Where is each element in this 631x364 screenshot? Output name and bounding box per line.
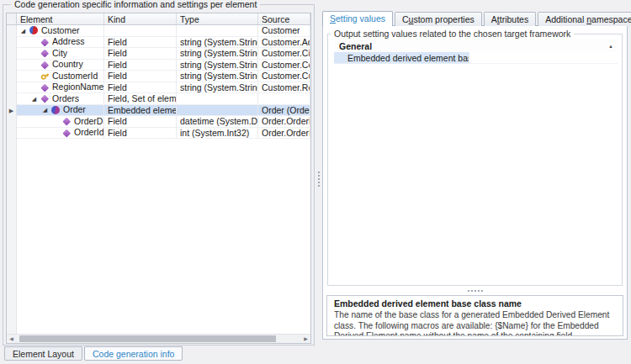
type-cell xyxy=(177,25,258,37)
splitter-grip-icon xyxy=(318,171,320,340)
description-text: The name of the base class for a generat… xyxy=(334,310,616,336)
type-cell: string (System.String) xyxy=(177,37,258,49)
description-title: Embedded derived element base class name xyxy=(334,298,616,309)
setting-row[interactable]: Embedded derived element base class name xyxy=(334,52,618,64)
tree-indent xyxy=(17,76,29,76)
field-icon xyxy=(39,85,50,91)
field-icon xyxy=(61,130,72,136)
row-selector-header xyxy=(7,13,17,24)
splitter-grip-icon xyxy=(468,290,483,292)
kind-cell: Embedded element xyxy=(104,105,177,117)
scroll-right-icon[interactable]: ▶ xyxy=(301,335,310,344)
element-name: RegionName xyxy=(50,82,103,93)
element-cell[interactable]: Country xyxy=(17,60,104,71)
tab-element-layout[interactable]: Element Layout xyxy=(4,346,82,361)
tab-code-generation-info[interactable]: Code generation info xyxy=(84,346,183,361)
tab-setting-values[interactable]: Setting values xyxy=(322,11,393,26)
setting-label: Embedded derived element base class name xyxy=(334,52,469,64)
tree-row-country[interactable]: CountryFieldstring (System.String)Custom… xyxy=(7,60,310,71)
settings-tab-strip: Setting valuesCustom propertiesAttribute… xyxy=(322,11,628,26)
general-section-header[interactable]: General ▲ xyxy=(334,40,618,52)
element-cell[interactable]: ◢Order xyxy=(17,105,104,117)
type-cell: datetime (System.DateTime) xyxy=(177,116,258,128)
column-header-kind[interactable]: Kind xyxy=(104,13,177,24)
element-name: City xyxy=(50,48,67,59)
kind-cell: Field xyxy=(104,116,177,128)
element-cell[interactable]: RegionName xyxy=(17,82,104,94)
kind-cell: Field, Set of elements xyxy=(104,93,177,105)
row-selector-cell[interactable] xyxy=(7,128,17,140)
element-cell[interactable]: OrderId xyxy=(17,128,104,140)
settings-panel: Setting valuesCustom propertiesAttribute… xyxy=(322,7,628,340)
source-cell: Order.OrderId xyxy=(258,128,310,140)
tree-indent xyxy=(17,53,29,54)
field-icon xyxy=(39,62,50,68)
tab-additional-namespaces[interactable]: Additional namespaces xyxy=(538,12,631,26)
tree-indent xyxy=(17,87,29,87)
column-header-type[interactable]: Type xyxy=(177,13,258,24)
row-selector-cell[interactable] xyxy=(7,116,17,128)
column-header-source[interactable]: Source xyxy=(258,13,310,24)
entity-red-icon xyxy=(28,26,40,34)
element-grid[interactable]: ElementKindTypeSource ◢CustomerCustomerA… xyxy=(6,13,311,344)
row-selector-cell[interactable] xyxy=(7,93,17,105)
scroll-left-icon[interactable]: ◀ xyxy=(7,335,16,344)
row-selector-cell[interactable]: ▶ xyxy=(7,105,17,117)
section-collapse-icon[interactable]: ▲ xyxy=(608,44,613,49)
tree-row-regionname[interactable]: RegionNameFieldstring (System.String)Cus… xyxy=(7,82,310,94)
description-panel: Embedded derived element base class name… xyxy=(326,295,623,336)
output-settings-groupbox: Output setting values related to the cho… xyxy=(327,34,623,286)
code-generation-groupbox: Code generation specific information and… xyxy=(3,4,315,346)
horizontal-scrollbar[interactable]: ◀ ▶ xyxy=(7,334,310,343)
setting-value-input[interactable] xyxy=(469,52,618,64)
column-header-element[interactable]: Element xyxy=(17,13,104,24)
element-name: OrderDate xyxy=(72,116,103,127)
type-cell: string (System.String) xyxy=(177,60,258,71)
tree-row-order[interactable]: ▶◢OrderEmbedded elementOrder (Orders) xyxy=(7,105,310,117)
expander-icon[interactable]: ◢ xyxy=(29,96,39,102)
tree-row-customerid[interactable]: CustomerIdFieldstring (System.String)Cus… xyxy=(7,71,310,82)
scrollbar-track[interactable] xyxy=(16,335,301,344)
tree-row-customer[interactable]: ◢CustomerCustomer xyxy=(7,25,310,37)
tree-row-orders[interactable]: ◢OrdersField, Set of elements xyxy=(7,93,310,105)
scrollbar-thumb[interactable] xyxy=(19,335,276,342)
kind-cell: Field xyxy=(104,71,177,82)
kind-cell xyxy=(104,25,177,37)
tree-row-orderid[interactable]: OrderIdFieldint (System.Int32)Order.Orde… xyxy=(7,128,310,140)
tree-row-orderdate[interactable]: OrderDateFielddatetime (System.DateTime)… xyxy=(7,116,310,128)
source-cell: Customer xyxy=(258,25,310,37)
element-cell[interactable]: ◢Orders xyxy=(17,93,104,105)
row-selector-cell[interactable] xyxy=(7,37,17,49)
entity-blue-icon xyxy=(50,106,61,114)
general-section-label: General xyxy=(339,41,372,51)
row-selector-cell[interactable] xyxy=(7,25,17,37)
element-cell[interactable]: CustomerId xyxy=(17,71,104,82)
tree-row-city[interactable]: CityFieldstring (System.String)Customer.… xyxy=(7,48,310,60)
grid-header: ElementKindTypeSource xyxy=(7,13,310,25)
element-cell[interactable]: Address xyxy=(17,37,104,49)
row-selector-cell[interactable] xyxy=(7,71,17,82)
tab-attributes[interactable]: Attributes xyxy=(484,12,536,26)
element-cell[interactable]: OrderDate xyxy=(17,116,104,128)
expander-icon[interactable]: ◢ xyxy=(40,107,50,113)
expander-icon[interactable]: ◢ xyxy=(19,28,28,34)
source-cell: Order.OrderDate xyxy=(258,116,310,128)
tree-row-address[interactable]: AddressFieldstring (System.String)Custom… xyxy=(7,37,310,49)
tab-custom-properties[interactable]: Custom properties xyxy=(395,12,482,26)
row-selector-cell[interactable] xyxy=(7,60,17,71)
tree-indent xyxy=(17,121,51,122)
kind-cell: Field xyxy=(104,37,177,49)
row-selector-cell[interactable] xyxy=(7,48,17,60)
row-selector-cell[interactable] xyxy=(7,82,17,94)
description-splitter[interactable] xyxy=(323,287,627,294)
element-cell[interactable]: City xyxy=(17,48,104,60)
element-name: Order xyxy=(61,105,86,116)
element-cell[interactable]: ◢Customer xyxy=(17,25,104,37)
type-cell: string (System.String) xyxy=(177,82,258,94)
kind-cell: Field xyxy=(104,128,177,140)
element-name: OrderId xyxy=(72,128,103,139)
source-cell: Customer.Country xyxy=(258,60,310,71)
element-name: Address xyxy=(50,37,85,48)
source-cell: Customer.CustomerId xyxy=(258,71,310,82)
vertical-splitter[interactable] xyxy=(315,7,322,340)
